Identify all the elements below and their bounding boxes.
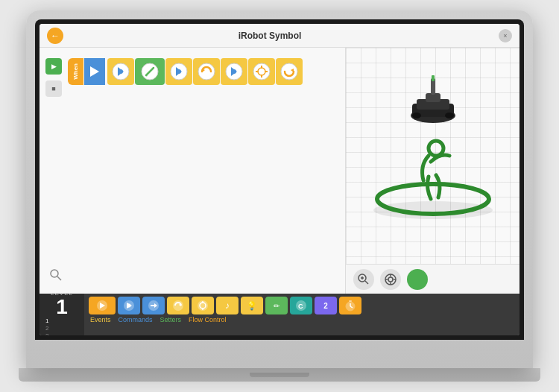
- bb-move-icon-2: [147, 299, 160, 312]
- bb-move-2[interactable]: [142, 297, 165, 314]
- zoom-in-button[interactable]: [353, 269, 374, 290]
- laptop-body: ← iRobot Symbol ×: [26, 10, 533, 368]
- move-icon-2: [170, 63, 188, 80]
- level-row-3[interactable]: 3: [42, 332, 81, 335]
- bb-turn-icon-2: [196, 299, 209, 312]
- draw-icon: [141, 63, 159, 80]
- back-icon: ←: [51, 31, 60, 41]
- svg-rect-32: [432, 75, 435, 81]
- svg-line-36: [365, 281, 368, 284]
- robot-visualization: [351, 72, 515, 239]
- tab-commands[interactable]: Commands: [119, 316, 153, 323]
- level-number: 1: [56, 297, 68, 317]
- tab-setters[interactable]: Setters: [160, 316, 182, 323]
- bottom-tabs: Events Commands Setters Flow Control: [89, 316, 515, 323]
- move-icon-1: [112, 63, 130, 80]
- svg-point-26: [429, 141, 443, 156]
- laptop-base: [19, 368, 540, 382]
- view-area: [346, 48, 519, 264]
- zoom-icon[interactable]: [50, 269, 62, 283]
- page-title: iRobot Symbol: [69, 31, 470, 41]
- bb-sensor-icon: C: [294, 299, 308, 312]
- screen-bezel: ← iRobot Symbol ×: [35, 19, 524, 340]
- block-move-2[interactable]: [165, 58, 192, 85]
- bb-light[interactable]: 💡: [241, 297, 263, 314]
- bb-draw[interactable]: ✏: [265, 297, 288, 314]
- level-rows: 1 2 3: [42, 317, 81, 335]
- svg-point-9: [198, 63, 215, 80]
- camera-icon: [385, 274, 397, 285]
- bb-move-icon-1: [122, 299, 136, 312]
- svg-point-33: [412, 113, 421, 118]
- play-button[interactable]: ▶: [45, 58, 62, 75]
- svg-line-23: [57, 276, 61, 280]
- laptop-notch: [250, 373, 309, 377]
- status-indicator: [407, 269, 428, 290]
- block-rotate-2[interactable]: [276, 58, 303, 85]
- main-area: ▶ ■ When: [40, 48, 519, 294]
- block-draw[interactable]: [135, 58, 165, 85]
- bb-turn-icon-1: [171, 299, 185, 312]
- block-chain: When: [68, 58, 303, 85]
- bottom-blocks-area: ♪ 💡 ✏ C: [84, 294, 519, 335]
- magnifier-icon: [50, 269, 62, 281]
- level-row-2[interactable]: 2: [42, 325, 81, 332]
- bb-loop[interactable]: 2: [315, 297, 337, 314]
- stop-button[interactable]: ■: [45, 80, 62, 97]
- tab-flow-control[interactable]: Flow Control: [189, 316, 227, 323]
- view-panel: [345, 48, 519, 294]
- svg-point-34: [445, 113, 454, 118]
- svg-point-49: [127, 304, 131, 308]
- when-label: When: [72, 63, 79, 80]
- level-row-1[interactable]: 1: [42, 317, 81, 324]
- svg-point-20: [281, 63, 297, 80]
- robot-svg: [351, 72, 515, 236]
- bb-sound[interactable]: ♪: [216, 297, 239, 314]
- when-block[interactable]: When: [68, 58, 83, 85]
- back-button[interactable]: ←: [47, 28, 63, 44]
- title-bar: ← iRobot Symbol ×: [40, 24, 519, 48]
- bb-when-block[interactable]: [89, 297, 116, 314]
- move-icon-3: [225, 63, 243, 80]
- bottom-bar: LEVEL 1 1 2 3: [40, 294, 519, 335]
- laptop-wrapper: ← iRobot Symbol ×: [19, 10, 540, 382]
- rotate-icon-1: [198, 63, 215, 80]
- tab-events[interactable]: Events: [90, 316, 111, 323]
- bb-timer-icon: [344, 299, 357, 312]
- bb-turn-2[interactable]: [192, 297, 214, 314]
- svg-point-2: [119, 69, 123, 74]
- svg-text:C: C: [298, 303, 303, 310]
- svg-point-8: [177, 69, 181, 74]
- bb-move-1[interactable]: [118, 297, 140, 314]
- level-panel: LEVEL 1 1 2 3: [40, 294, 84, 335]
- play-trigger-block[interactable]: [84, 58, 105, 85]
- screen-content: ← iRobot Symbol ×: [40, 24, 519, 335]
- control-buttons: ▶ ■: [45, 58, 62, 97]
- stop-icon: ■: [51, 85, 55, 92]
- camera-button[interactable]: [380, 269, 401, 290]
- turn-icon: [253, 63, 271, 80]
- view-controls: [346, 264, 519, 294]
- bb-when-icon: [95, 299, 109, 312]
- svg-rect-64: [349, 300, 352, 302]
- bb-sensor[interactable]: C: [290, 297, 312, 314]
- play-trigger-icon: [90, 66, 99, 77]
- block-move-3[interactable]: [221, 58, 247, 85]
- bottom-blocks-row: ♪ 💡 ✏ C: [89, 297, 515, 314]
- svg-point-40: [388, 277, 393, 282]
- close-button[interactable]: ×: [499, 29, 512, 42]
- close-icon: ×: [503, 32, 507, 39]
- bb-timer[interactable]: [339, 297, 361, 314]
- block-rotate-1[interactable]: [193, 58, 220, 85]
- rotate-icon-2: [280, 63, 298, 80]
- zoom-in-icon: [358, 274, 370, 285]
- block-turn[interactable]: [248, 58, 275, 85]
- svg-point-22: [51, 270, 58, 277]
- svg-point-13: [232, 69, 236, 74]
- play-icon: ▶: [51, 63, 57, 70]
- bb-turn-1[interactable]: [167, 297, 189, 314]
- block-move-1[interactable]: [107, 58, 134, 85]
- code-blocks-area: ▶ ■ When: [45, 54, 339, 288]
- code-panel: ▶ ■ When: [40, 48, 345, 294]
